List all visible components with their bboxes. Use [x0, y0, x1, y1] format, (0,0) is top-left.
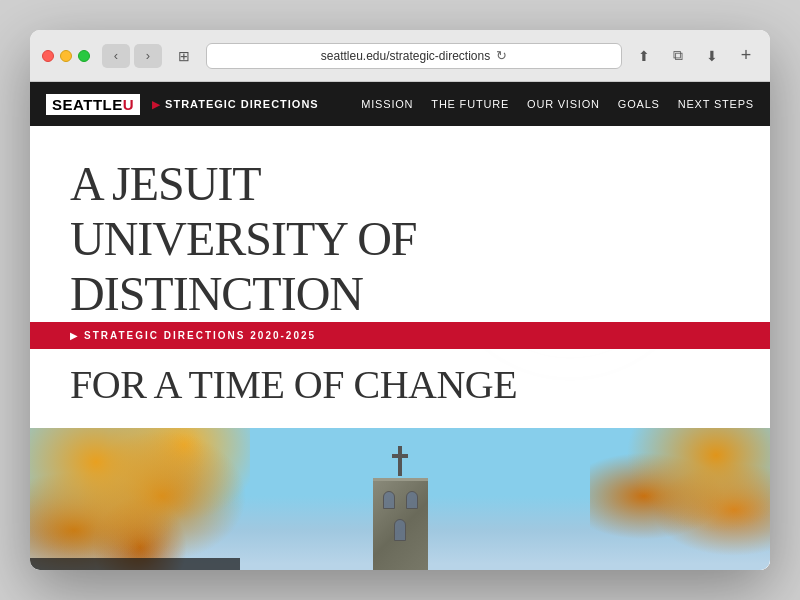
new-tab-button[interactable]: + [734, 44, 758, 68]
hero-section: IHS SEATTLE UNIVERSITY FOUNDED 1891 [30, 126, 770, 570]
tower-window-right [406, 491, 418, 509]
strategic-directions-link[interactable]: ▶ STRATEGIC DIRECTIONS [152, 98, 361, 110]
hero-title-line3: DISTINCTION [70, 267, 363, 320]
hero-title-line1: A JESUIT [70, 157, 261, 210]
hero-subtitle: FOR A TIME OF CHANGE [30, 349, 770, 428]
tower-body [373, 478, 428, 570]
nav-links: MISSION THE FUTURE OUR VISION GOALS NEXT… [361, 98, 754, 110]
foliage-right [590, 428, 770, 564]
nav-the-future[interactable]: THE FUTURE [431, 98, 509, 110]
nav-goals[interactable]: GOALS [618, 98, 660, 110]
arrow-icon: ▶ [152, 99, 161, 110]
site-navigation: SEATTLEU ▶ STRATEGIC DIRECTIONS MISSION … [30, 82, 770, 126]
photo-bottom-strip [30, 558, 240, 570]
hero-text-area: A JESUIT UNIVERSITY OF DISTINCTION [30, 126, 770, 322]
forward-button[interactable]: › [134, 44, 162, 68]
maximize-button[interactable] [78, 50, 90, 62]
hero-photo [30, 428, 770, 570]
share-button[interactable]: ⬆ [630, 44, 658, 68]
site-logo[interactable]: SEATTLEU [46, 94, 140, 115]
browser-chrome: ‹ › ⊞ seattleu.edu/strategic-directions … [30, 30, 770, 82]
tower-window-center [394, 519, 406, 541]
cross-icon [398, 446, 402, 476]
hero-title: A JESUIT UNIVERSITY OF DISTINCTION [70, 156, 730, 322]
strategic-directions-label: STRATEGIC DIRECTIONS [165, 98, 319, 110]
traffic-lights [42, 50, 90, 62]
hero-title-line2: UNIVERSITY OF [70, 212, 417, 265]
red-bar[interactable]: ▶ STRATEGIC DIRECTIONS 2020-2025 [30, 322, 770, 349]
back-button[interactable]: ‹ [102, 44, 130, 68]
close-button[interactable] [42, 50, 54, 62]
nav-mission[interactable]: MISSION [361, 98, 413, 110]
browser-window: ‹ › ⊞ seattleu.edu/strategic-directions … [30, 30, 770, 570]
refresh-icon[interactable]: ↻ [496, 48, 507, 63]
minimize-button[interactable] [60, 50, 72, 62]
red-bar-arrow-icon: ▶ [70, 330, 78, 341]
address-bar[interactable]: seattleu.edu/strategic-directions ↻ [206, 43, 622, 69]
nav-our-vision[interactable]: OUR VISION [527, 98, 600, 110]
photo-scene [30, 428, 770, 570]
address-bar-container: seattleu.edu/strategic-directions ↻ [206, 43, 622, 69]
tower-window-left [383, 491, 395, 509]
church-tower [360, 446, 440, 570]
url-text: seattleu.edu/strategic-directions [321, 49, 490, 63]
bookmark-button[interactable]: ⧉ [664, 44, 692, 68]
logo-u: U [123, 97, 134, 112]
nav-next-steps[interactable]: NEXT STEPS [678, 98, 754, 110]
logo-text: SEATTLE [52, 97, 123, 112]
nav-buttons: ‹ › [102, 44, 162, 68]
tab-view-button[interactable]: ⊞ [170, 44, 198, 68]
browser-actions: ⬆ ⧉ ⬇ [630, 44, 726, 68]
foliage-left [30, 428, 250, 570]
red-bar-label: STRATEGIC DIRECTIONS 2020-2025 [84, 330, 316, 341]
website-content: SEATTLEU ▶ STRATEGIC DIRECTIONS MISSION … [30, 82, 770, 570]
download-button[interactable]: ⬇ [698, 44, 726, 68]
